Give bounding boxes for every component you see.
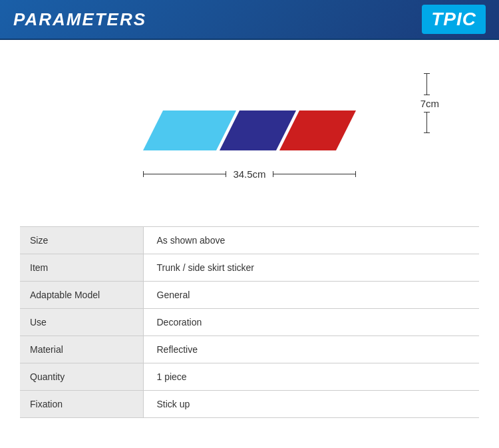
table-row: Quantity1 piece — [20, 363, 479, 391]
table-cell-value: Decoration — [143, 309, 479, 336]
page-title: PARAMETERS — [13, 9, 146, 30]
svg-marker-0 — [143, 111, 236, 150]
table-cell-value: Stick up — [143, 391, 479, 418]
table-cell-label: Size — [20, 227, 143, 254]
table-row: ItemTrunk / side skirt sticker — [20, 254, 479, 282]
table-cell-value: Trunk / side skirt sticker — [143, 254, 479, 282]
width-line-right — [273, 174, 356, 174]
product-display-area: 7cm 34.5cm — [0, 40, 499, 226]
table-cell-value: As shown above — [143, 227, 479, 254]
width-label: 34.5cm — [233, 168, 265, 180]
height-line-bottom — [426, 112, 427, 134]
brand-logo-text: TPIC — [431, 9, 476, 29]
height-label: 7cm — [420, 98, 439, 109]
table-row: SizeAs shown above — [20, 227, 479, 254]
sticker-container: 34.5cm — [143, 101, 356, 180]
sticker-image — [143, 101, 356, 160]
table-row: UseDecoration — [20, 309, 479, 336]
height-dimension: 7cm — [415, 73, 439, 133]
page-header: PARAMETERS TPIC — [0, 0, 499, 40]
table-cell-label: Quantity — [20, 363, 143, 391]
height-line-top — [426, 73, 427, 95]
parameters-table: SizeAs shown aboveItemTrunk / side skirt… — [20, 226, 479, 418]
table-cell-value: Reflective — [143, 336, 479, 363]
table-row: MaterialReflective — [20, 336, 479, 363]
brand-logo-box: TPIC — [422, 5, 486, 34]
table-cell-label: Fixation — [20, 391, 143, 418]
width-line — [143, 174, 226, 174]
table-cell-value: General — [143, 282, 479, 309]
table-row: Adaptable ModelGeneral — [20, 282, 479, 309]
width-dimension: 34.5cm — [143, 168, 356, 180]
table-cell-value: 1 piece — [143, 363, 479, 391]
table-cell-label: Material — [20, 336, 143, 363]
table-row: FixationStick up — [20, 391, 479, 418]
table-cell-label: Use — [20, 309, 143, 336]
table-cell-label: Item — [20, 254, 143, 282]
table-cell-label: Adaptable Model — [20, 282, 143, 309]
